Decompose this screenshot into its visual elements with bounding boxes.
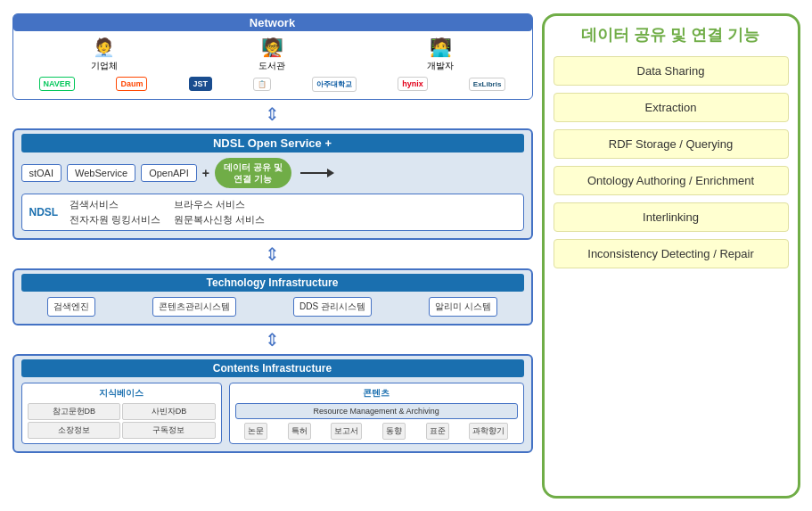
contents-infra-title: Contents Infrastructure: [21, 359, 524, 377]
contents-resource: Resource Management & Archiving: [235, 403, 518, 419]
ndsl-func-grid: 검색서비스 브라우스 서비스 전자자원 링킹서비스 원문복사신청 서비스: [70, 198, 265, 227]
content-tag-5: 과학향기: [469, 423, 508, 440]
data-share-button[interactable]: 데이터 공유 및연결 기능: [215, 158, 291, 188]
arrow-down-2: ⇕: [12, 245, 533, 263]
tech-infra-items: 검색엔진 콘텐츠관리시스템 DDS 관리시스템 알리미 시스템: [21, 297, 524, 317]
content-tag-0: 논문: [244, 423, 267, 440]
content-tag-2: 보고서: [331, 423, 362, 440]
infra-item-1: 콘텐츠관리시스템: [152, 297, 236, 317]
content-tag-3: 동향: [382, 423, 406, 440]
logo-ndsl2: 📋: [253, 78, 271, 91]
arrow-down-3: ⇕: [12, 331, 533, 349]
right-panel: 데이터 공유 및 연결 기능 Data Sharing Extraction R…: [542, 13, 800, 499]
logo-exlibris: ExLibris: [469, 78, 506, 91]
ndsl-service-box: NDSL Open Service + stOAI WebService Ope…: [12, 128, 533, 240]
db-item-1: 사빈자DB: [122, 403, 216, 420]
feature-ontology: Ontology Authoring / Enrichment: [554, 166, 789, 195]
ndsl-service-row: stOAI WebService OpenAPI + 데이터 공유 및연결 기능: [21, 158, 524, 188]
tag-webservice: WebService: [67, 164, 135, 182]
left-panel: Network 🧑‍💼 기업체 🧑‍🏫 도서관 🧑‍💻 개발자 NAVER Da…: [12, 13, 533, 499]
logo-jst: JST: [189, 77, 213, 91]
right-panel-title: 데이터 공유 및 연결 기능: [581, 25, 759, 45]
logo-daum: Daum: [116, 77, 147, 91]
logo-hynix: hynix: [398, 77, 428, 91]
knowledge-title: 지식베이스: [28, 387, 216, 400]
network-logos: 🧑‍💼 기업체 🧑‍🏫 도서관 🧑‍💻 개발자: [21, 37, 525, 72]
ndsl-service-title: NDSL Open Service +: [21, 134, 524, 152]
infra-item-2: DDS 관리시스템: [293, 297, 372, 317]
ndsl-label: NDSL: [29, 206, 61, 218]
ndsl-functions-row: NDSL 검색서비스 브라우스 서비스 전자자원 링킹서비스 원문복사신청 서비…: [29, 198, 516, 227]
network-title: Network: [13, 14, 532, 31]
func-item-3: 원문복사신청 서비스: [174, 213, 265, 227]
arrow-down-1: ⇕: [12, 105, 533, 123]
logo-label-library: 도서관: [258, 60, 285, 72]
logo-label-developer: 개발자: [427, 60, 454, 72]
main-container: Network 🧑‍💼 기업체 🧑‍🏫 도서관 🧑‍💻 개발자 NAVER Da…: [5, 6, 808, 506]
contents-inner: 지식베이스 참고문헌DB 사빈자DB 소장정보 구독정보 콘텐츠 Resourc…: [21, 383, 524, 444]
func-item-1: 브라우스 서비스: [174, 198, 265, 211]
tech-infra-box: Technology Infrastructure 검색엔진 콘텐츠관리시스템 …: [12, 268, 533, 326]
feature-data-sharing: Data Sharing: [554, 56, 789, 86]
logo-item-library: 🧑‍🏫 도서관: [258, 37, 285, 72]
contents-infra-box: Contents Infrastructure 지식베이스 참고문헌DB 사빈자…: [12, 354, 533, 453]
infra-item-3: 알리미 시스템: [429, 297, 497, 317]
db-item-3: 구독정보: [122, 422, 216, 439]
logo-naver: NAVER: [39, 77, 76, 91]
func-item-2: 전자자원 링킹서비스: [70, 213, 160, 227]
feature-interlinking: Interlinking: [554, 202, 789, 232]
func-item-0: 검색서비스: [70, 198, 160, 211]
person-icon-company: 🧑‍💼: [93, 37, 115, 58]
tag-openapi: OpenAPI: [141, 164, 197, 182]
db-item-2: 소장정보: [28, 422, 121, 439]
content-tag-4: 표준: [426, 423, 449, 440]
feature-rdf-storage: RDF Storage / Querying: [554, 129, 789, 159]
tag-stoai: stOAI: [21, 164, 62, 182]
contents-right: 콘텐츠 Resource Management & Archiving 논문 특…: [229, 383, 524, 444]
logo-label-company: 기업체: [91, 60, 118, 72]
infra-item-0: 검색엔진: [47, 297, 95, 317]
person-icon-developer: 🧑‍💻: [430, 37, 452, 58]
tech-infra-title: Technology Infrastructure: [21, 274, 524, 292]
partner-logos: NAVER Daum JST 📋 아주대학교 hynix ExLibris: [21, 77, 525, 92]
ndsl-functions: NDSL 검색서비스 브라우스 서비스 전자자원 링킹서비스 원문복사신청 서비…: [21, 194, 524, 231]
contents-title: 콘텐츠: [235, 387, 518, 400]
logo-ajou: 아주대학교: [312, 77, 357, 92]
feature-extraction: Extraction: [554, 93, 789, 122]
person-icon-library: 🧑‍🏫: [261, 37, 283, 58]
plus-sign: +: [202, 166, 209, 180]
logo-item-company: 🧑‍💼 기업체: [91, 37, 118, 72]
knowledge-db-grid: 참고문헌DB 사빈자DB 소장정보 구독정보: [28, 403, 216, 439]
contents-knowledge: 지식베이스 참고문헌DB 사빈자DB 소장정보 구독정보: [21, 383, 222, 444]
contents-tags: 논문 특허 보고서 동향 표준 과학향기: [235, 423, 518, 440]
feature-inconsistency: Inconsistency Detecting / Repair: [554, 239, 789, 268]
network-box: Network 🧑‍💼 기업체 🧑‍🏫 도서관 🧑‍💻 개발자 NAVER Da…: [12, 13, 533, 100]
db-item-0: 참고문헌DB: [28, 403, 121, 420]
content-tag-1: 특허: [288, 423, 311, 440]
logo-item-developer: 🧑‍💻 개발자: [427, 37, 454, 72]
